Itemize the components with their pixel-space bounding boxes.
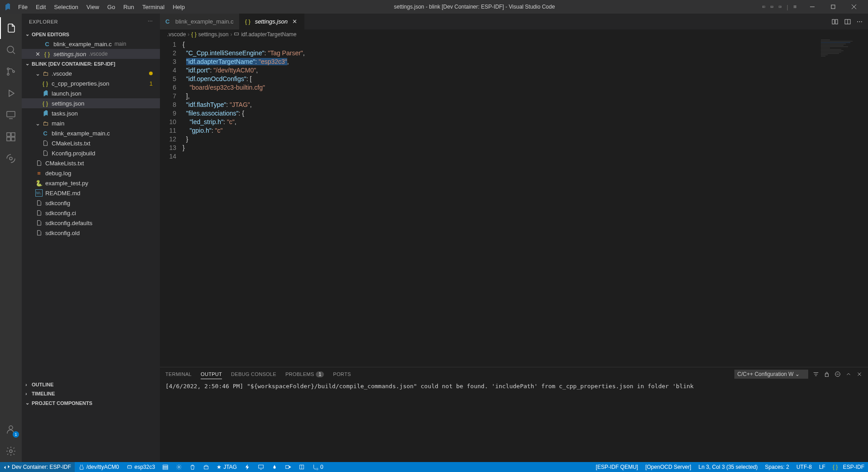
- outline-section[interactable]: ›OUTLINE: [22, 380, 160, 389]
- file-item[interactable]: launch.json: [22, 88, 160, 98]
- minimize-button[interactable]: [802, 0, 823, 14]
- menu-edit[interactable]: Edit: [32, 2, 49, 12]
- output-channel-select[interactable]: C/C++ Configuration W ⌄: [734, 370, 808, 379]
- remote-status[interactable]: Dev Container: ESP-IDF: [0, 462, 75, 472]
- project-components-section[interactable]: ⌄PROJECT COMPONENTS: [22, 398, 160, 408]
- layout-customize-icon[interactable]: [792, 4, 798, 10]
- jtag-status[interactable]: ★JTAG: [213, 462, 241, 472]
- file-item[interactable]: sdkconfig: [22, 198, 160, 208]
- debug-status2[interactable]: [295, 462, 309, 472]
- split-icon[interactable]: [844, 18, 851, 25]
- open-editors-section[interactable]: ⌄OPEN EDITORS: [22, 29, 160, 39]
- compare-icon[interactable]: [831, 18, 839, 25]
- layout-sidebar-right-icon[interactable]: [777, 4, 783, 10]
- openocd-status[interactable]: [OpenOCD Server]: [641, 462, 694, 472]
- breadcrumb-item[interactable]: settings.json: [198, 31, 229, 38]
- spaces-status[interactable]: Spaces: 2: [762, 462, 793, 472]
- file-item[interactable]: { }settings.json: [22, 98, 160, 108]
- folder-item[interactable]: ⌄🗀main: [22, 118, 160, 128]
- esp-idf-activity[interactable]: [0, 148, 22, 169]
- port-status[interactable]: /dev/ttyACM0: [75, 462, 123, 472]
- more-icon[interactable]: ⋯: [857, 18, 863, 25]
- source-control-activity[interactable]: [0, 61, 22, 82]
- clear-icon[interactable]: [834, 371, 841, 377]
- panel-tab-terminal[interactable]: TERMINAL: [165, 370, 192, 379]
- clean-status[interactable]: [186, 462, 199, 472]
- filter-icon[interactable]: [813, 371, 819, 377]
- file-item[interactable]: ≡debug.log: [22, 168, 160, 178]
- file-item[interactable]: CMakeLists.txt: [22, 138, 160, 148]
- file-item[interactable]: { }c_cpp_properties.json1: [22, 78, 160, 88]
- maximize-panel-icon[interactable]: [845, 371, 852, 377]
- flash-status[interactable]: [241, 462, 254, 472]
- file-item[interactable]: sdkconfig.ci: [22, 208, 160, 218]
- settings-activity[interactable]: [0, 440, 22, 462]
- menu-go[interactable]: Go: [104, 2, 119, 12]
- remote-explorer-activity[interactable]: [0, 104, 22, 126]
- errors-status[interactable]: 0: [309, 462, 327, 472]
- panel-tab-debug-console[interactable]: DEBUG CONSOLE: [231, 370, 276, 379]
- menu-file[interactable]: File: [14, 2, 31, 12]
- menu-help[interactable]: Help: [169, 2, 188, 12]
- menu-view[interactable]: View: [83, 2, 103, 12]
- lock-icon[interactable]: [824, 371, 830, 377]
- editor-tab[interactable]: Cblink_example_main.c: [160, 14, 240, 29]
- close-button[interactable]: [844, 0, 864, 14]
- cursor-status[interactable]: Ln 3, Col 3 (35 selected): [695, 462, 762, 472]
- close-icon[interactable]: ✕: [35, 51, 42, 58]
- editor-tab[interactable]: { }settings.json✕: [240, 14, 304, 29]
- file-item[interactable]: Kconfig.projbuild: [22, 148, 160, 158]
- file-item[interactable]: 🐍example_test.py: [22, 178, 160, 188]
- svg-rect-4: [779, 6, 781, 8]
- code-editor[interactable]: 1234567891011121314 { "C_Cpp.intelliSens…: [160, 39, 868, 367]
- file-item[interactable]: sdkconfig.defaults: [22, 218, 160, 228]
- file-item[interactable]: M↓README.md: [22, 188, 160, 198]
- breadcrumb[interactable]: .vscode›{ }settings.json›idf.adapterTarg…: [160, 29, 868, 39]
- extensions-activity[interactable]: [0, 126, 22, 148]
- output-content[interactable]: [4/6/2022, 2:50:46 PM] "${workspaceFolde…: [160, 381, 868, 462]
- lang-status[interactable]: { } ESP-IDF: [829, 462, 868, 472]
- qemu-status[interactable]: [ESP-IDF QEMU]: [592, 462, 641, 472]
- menu-run[interactable]: Run: [120, 2, 138, 12]
- file-item[interactable]: sdkconfig.old: [22, 228, 160, 238]
- open-editor-item[interactable]: Cblink_example_main.cmain: [22, 39, 160, 49]
- breadcrumb-item[interactable]: .vscode: [167, 31, 186, 38]
- minimap[interactable]: [821, 39, 862, 67]
- panel-tab-output[interactable]: OUTPUT: [201, 370, 222, 379]
- explorer-activity[interactable]: [0, 17, 22, 39]
- svg-rect-33: [235, 33, 239, 35]
- panel-tab-problems[interactable]: PROBLEMS1: [285, 370, 324, 379]
- markdown-file-icon: M↓: [35, 189, 43, 197]
- accounts-activity[interactable]: 1: [0, 419, 22, 440]
- menu-terminal[interactable]: Terminal: [139, 2, 168, 12]
- file-icon: [35, 159, 43, 167]
- file-item[interactable]: Cblink_example_main.c: [22, 128, 160, 138]
- encoding-status[interactable]: UTF-8: [793, 462, 815, 472]
- eol-status[interactable]: LF: [815, 462, 829, 472]
- close-icon[interactable]: ✕: [292, 18, 299, 25]
- close-panel-icon[interactable]: [856, 371, 863, 377]
- workspace-section[interactable]: ⌄BLINK [DEV CONTAINER: ESP-IDF]: [22, 59, 160, 68]
- flame-status[interactable]: [268, 462, 281, 472]
- sidebar-more-icon[interactable]: ⋯: [148, 19, 153, 24]
- menu-selection[interactable]: Selection: [50, 2, 82, 12]
- maximize-button[interactable]: [823, 0, 844, 14]
- timeline-section[interactable]: ›TIMELINE: [22, 389, 160, 398]
- menuconfig-status[interactable]: [159, 462, 172, 472]
- file-item[interactable]: tasks.json: [22, 108, 160, 118]
- settings-status[interactable]: [172, 462, 186, 472]
- run-debug-activity[interactable]: [0, 82, 22, 104]
- code-content[interactable]: { "C_Cpp.intelliSenseEngine": "Tag Parse…: [183, 39, 868, 367]
- layout-panel-icon[interactable]: [769, 4, 775, 10]
- run-status[interactable]: [281, 462, 295, 472]
- breadcrumb-item[interactable]: idf.adapterTargetName: [241, 31, 296, 38]
- layout-sidebar-left-icon[interactable]: [761, 4, 767, 10]
- file-item[interactable]: CMakeLists.txt: [22, 158, 160, 168]
- target-status[interactable]: esp32c3: [123, 462, 159, 472]
- open-editor-item[interactable]: ✕{ }settings.json.vscode: [22, 49, 160, 59]
- monitor-status[interactable]: [254, 462, 268, 472]
- panel-tab-ports[interactable]: PORTS: [333, 370, 351, 379]
- build-status[interactable]: [199, 462, 213, 472]
- folder-item[interactable]: ⌄🗀.vscode: [22, 68, 160, 78]
- search-activity[interactable]: [0, 39, 22, 61]
